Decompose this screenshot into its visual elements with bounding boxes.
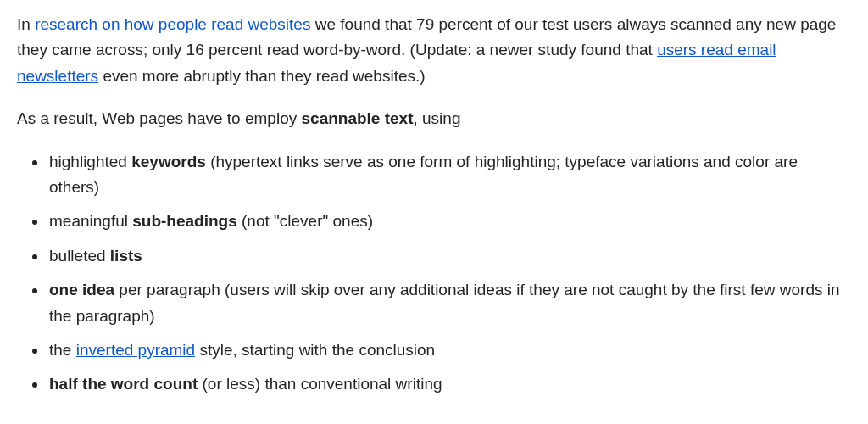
intro-paragraph-1: In research on how people read websites … <box>17 12 851 89</box>
link-inverted-pyramid[interactable]: inverted pyramid <box>76 341 195 359</box>
text: (not "clever" ones) <box>237 212 373 230</box>
bold-scannable-text: scannable text <box>302 109 414 127</box>
list-item: half the word count (or less) than conve… <box>47 371 851 397</box>
text: As a result, Web pages have to employ <box>17 109 302 127</box>
guidelines-list: highlighted keywords (hypertext links se… <box>17 149 851 398</box>
link-research-reading[interactable]: research on how people read websites <box>35 15 310 33</box>
intro-paragraph-2: As a result, Web pages have to employ sc… <box>17 106 851 131</box>
text: the <box>49 341 76 359</box>
bold-keywords: keywords <box>131 153 206 170</box>
text: even more abruptly than they read websit… <box>98 67 425 85</box>
bold-sub-headings: sub-headings <box>132 212 237 230</box>
text: meaningful <box>49 212 132 230</box>
text: , using <box>414 109 461 127</box>
text: style, starting with the conclusion <box>195 341 435 359</box>
bold-half-word-count: half the word count <box>49 375 198 393</box>
text: (or less) than conventional writing <box>198 375 442 393</box>
list-item: highlighted keywords (hypertext links se… <box>47 149 851 201</box>
bold-lists: lists <box>110 247 142 265</box>
text: In <box>17 15 35 33</box>
list-item: the inverted pyramid style, starting wit… <box>47 338 851 363</box>
list-item: meaningful sub-headings (not "clever" on… <box>47 209 851 234</box>
list-item: bulleted lists <box>47 243 851 269</box>
text: bulleted <box>49 247 110 265</box>
text: per paragraph (users will skip over any … <box>49 281 840 324</box>
text: highlighted <box>49 153 131 170</box>
list-item: one idea per paragraph (users will skip … <box>47 277 851 329</box>
bold-one-idea: one idea <box>49 281 114 298</box>
